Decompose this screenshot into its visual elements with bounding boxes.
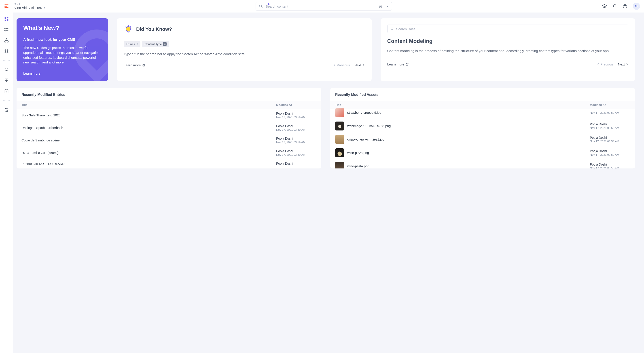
docs-search-input[interactable] — [396, 27, 625, 31]
modified-at: Nov 17, 2021 03:59 AM — [276, 116, 316, 119]
table-title: Recently Modified Entries — [16, 88, 321, 101]
svg-line-33 — [130, 26, 131, 27]
col-title: Title — [335, 103, 590, 107]
svg-rect-18 — [6, 39, 7, 40]
stack-name: Vino Vidi Vici | 150 — [14, 6, 42, 9]
col-modified: Modified At — [590, 103, 630, 107]
docs-search[interactable] — [387, 24, 628, 33]
next-button[interactable]: Next — [618, 62, 628, 66]
svg-rect-14 — [5, 28, 6, 29]
search-input[interactable] — [266, 4, 378, 8]
svg-rect-10 — [5, 17, 6, 19]
text-cursor-icon — [171, 42, 171, 46]
settings-icon[interactable] — [4, 107, 9, 112]
svg-rect-1 — [4, 6, 8, 7]
asset-title: webimage-11EB5F...5786.png — [347, 124, 590, 128]
did-you-know-title: Did You Know? — [136, 26, 172, 32]
modified-at: Nov 17, 2021 03:59 AM — [276, 153, 316, 156]
notification-dot-icon — [268, 3, 270, 5]
separator — [3, 60, 10, 60]
modified-at: Nov 17, 2021 03:58 AM — [590, 126, 630, 130]
global-search[interactable]: ▼ — [256, 2, 392, 11]
bell-icon[interactable] — [612, 4, 617, 9]
chevron-down-icon[interactable]: ▼ — [386, 5, 389, 7]
tasks-icon[interactable] — [4, 89, 9, 94]
stack-selector[interactable]: Stack Vino Vidi Vici | 150 ▼ — [14, 3, 46, 9]
previous-button[interactable]: Previous — [333, 63, 350, 67]
previous-button[interactable]: Previous — [597, 62, 613, 66]
table-row[interactable]: Puente Alto DO ...TZERLAND Pooja Doshi — [16, 159, 321, 168]
equals-badge-icon: = — [163, 42, 166, 46]
search-icon — [259, 4, 263, 8]
asset-thumbnail — [335, 162, 344, 168]
pill-content-type[interactable]: Content Type = — [142, 41, 169, 47]
modified-by: Pooja Doshi — [276, 149, 316, 153]
modified-by: Pooja Doshi — [276, 137, 316, 140]
svg-line-32 — [126, 26, 126, 27]
entry-title: Stay Safe Thank...ing 2020 — [22, 113, 276, 117]
recent-entries-card: Recently Modified Entries Title Modified… — [16, 88, 321, 168]
chevron-down-icon: ▼ — [136, 43, 138, 45]
table-row[interactable]: webimage-11EB5F...5786.png Pooja Doshi N… — [330, 119, 635, 133]
lightbulb-icon — [124, 24, 133, 34]
table-row[interactable]: crispy-chewy-ch...ies1.jpg Pooja Doshi N… — [330, 133, 635, 146]
entries-icon[interactable] — [4, 27, 9, 32]
asset-title: strawberry-crepes-9.jpg — [347, 111, 590, 114]
publish-queue-icon[interactable] — [4, 67, 9, 72]
svg-rect-0 — [4, 4, 8, 5]
graduation-cap-icon[interactable] — [602, 4, 607, 9]
save-icon[interactable] — [378, 4, 382, 8]
avatar[interactable]: AH — [633, 3, 640, 10]
chevron-right-icon — [626, 63, 628, 66]
col-modified: Modified At — [276, 103, 316, 107]
learn-more-link[interactable]: Learn more — [387, 62, 409, 66]
modified-by: Pooja Doshi — [590, 149, 630, 153]
whats-new-body: The new UI design packs the most powerfu… — [23, 45, 101, 65]
stack-label: Stack — [14, 3, 46, 6]
entry-title: Puente Alto DO ...TZERLAND — [22, 162, 276, 166]
did-you-know-card: Did You Know? Entries ▼ Content Type = T… — [117, 18, 372, 81]
svg-rect-20 — [7, 41, 8, 42]
svg-rect-12 — [7, 19, 8, 21]
entry-title: Copie de Saint-...de scène — [22, 138, 276, 142]
svg-point-23 — [8, 70, 8, 71]
brand-logo[interactable] — [4, 3, 10, 9]
svg-point-26 — [5, 108, 6, 109]
svg-rect-16 — [5, 30, 6, 31]
table-row[interactable]: Copie de Saint-...de scène Pooja Doshi N… — [16, 134, 321, 147]
svg-rect-24 — [5, 90, 8, 93]
search-icon — [391, 27, 394, 31]
table-row[interactable]: wine-pasta.png Pooja Doshi Nov 17, 2021 … — [330, 160, 635, 168]
content-model-icon[interactable] — [4, 38, 9, 43]
asset-thumbnail — [335, 108, 344, 117]
asset-title: wine-pasta.png — [347, 164, 590, 168]
svg-point-22 — [6, 70, 7, 71]
table-row[interactable]: Rheingau Spätbu...Eberbach Pooja Doshi N… — [16, 122, 321, 134]
table-row[interactable]: Stay Safe Thank...ing 2020 Pooja Doshi N… — [16, 109, 321, 122]
modified-at: Nov 17, 2021 03:58 AM — [590, 111, 630, 114]
svg-rect-13 — [5, 20, 6, 21]
filter-pills: Entries ▼ Content Type = — [124, 41, 365, 47]
topbar: Stack Vino Vidi Vici | 150 ▼ ▼ AH — [0, 0, 644, 12]
modified-by: Pooja Doshi — [590, 163, 630, 166]
chevron-left-icon — [597, 63, 600, 66]
chevron-down-icon: ▼ — [44, 6, 46, 9]
pill-entries[interactable]: Entries ▼ — [124, 41, 140, 47]
assets-icon[interactable] — [4, 49, 9, 54]
table-row[interactable]: wine-pizza.png Pooja Doshi Nov 17, 2021 … — [330, 146, 635, 160]
modified-by: Pooja Doshi — [276, 112, 316, 115]
help-icon[interactable] — [622, 4, 628, 9]
next-button[interactable]: Next — [354, 63, 365, 67]
dashboard-icon[interactable] — [4, 16, 9, 21]
recent-assets-card: Recently Modified Assets Title Modified … — [330, 88, 635, 168]
main-content: What's New? A fresh new look for your CM… — [13, 12, 644, 175]
did-you-know-body: Type ":" in the search bar to apply the … — [124, 51, 365, 56]
learn-more-link[interactable]: Learn more — [124, 63, 145, 67]
table-row[interactable]: 2013 Familia Zu...(750ml)! Pooja Doshi N… — [16, 147, 321, 159]
table-row[interactable]: strawberry-crepes-9.jpg Nov 17, 2021 03:… — [330, 106, 635, 119]
chevron-left-icon — [333, 64, 336, 67]
table-title: Recently Modified Assets — [330, 88, 635, 101]
modified-at: Nov 17, 2021 03:59 AM — [276, 128, 316, 131]
modified-at: Nov 17, 2021 03:58 AM — [590, 167, 630, 168]
releases-icon[interactable] — [4, 78, 9, 83]
